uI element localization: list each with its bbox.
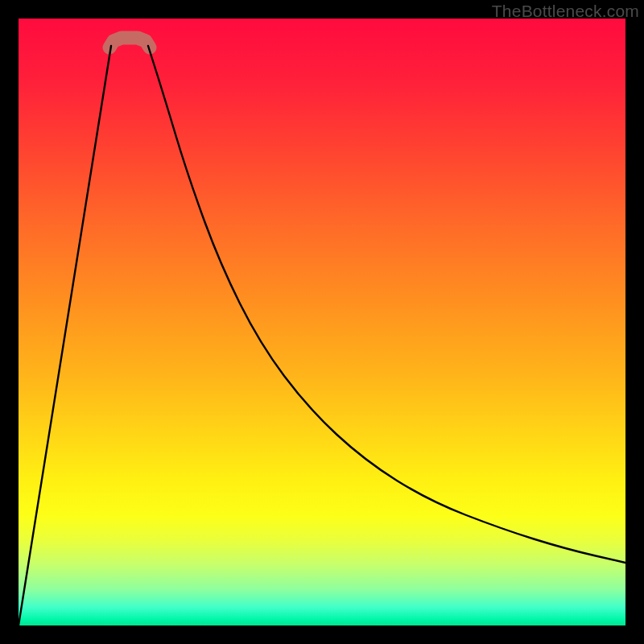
curve-line: [19, 46, 625, 625]
chart-svg: [19, 19, 625, 625]
watermark-text: TheBottleneck.com: [492, 2, 639, 21]
chart-frame: TheBottleneck.com: [0, 0, 644, 644]
trough-marker: [109, 38, 150, 47]
plot-area: [19, 19, 625, 625]
